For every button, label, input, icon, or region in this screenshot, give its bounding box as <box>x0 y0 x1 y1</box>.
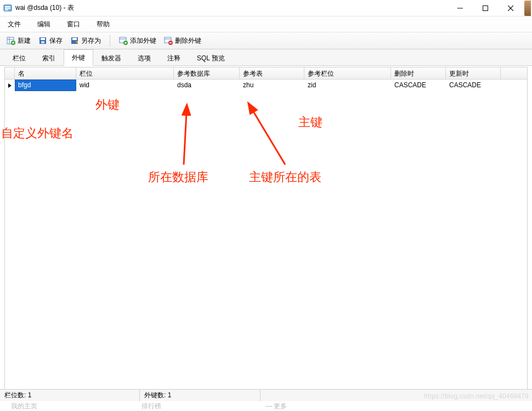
titlebar: wai @dsda (10) - 表 <box>0 0 532 16</box>
menu-edit[interactable]: 编辑 <box>34 18 54 31</box>
app-icon <box>3 4 12 13</box>
close-button[interactable] <box>498 0 523 16</box>
tab-indexes[interactable]: 索引 <box>34 50 64 66</box>
statusbar: 栏位数: 1 外键数: 1 <box>0 389 532 401</box>
avatar <box>524 1 531 16</box>
fk-grid[interactable]: 名 栏位 参考数据库 参考表 参考栏位 删除时 更新时 bfgd wid dsd… <box>4 67 528 396</box>
tab-sql-preview[interactable]: SQL 预览 <box>189 50 233 66</box>
delete-fk-button[interactable]: 删除外键 <box>162 35 203 47</box>
delete-fk-icon <box>164 36 173 45</box>
delete-fk-label: 删除外键 <box>175 36 201 46</box>
svg-rect-15 <box>41 38 45 40</box>
tab-options[interactable]: 选项 <box>129 50 159 66</box>
save-button[interactable]: 保存 <box>36 35 65 47</box>
col-header-onupdate[interactable]: 更新时 <box>446 67 501 79</box>
col-header-db[interactable]: 参考数据库 <box>174 67 240 79</box>
toolbar-separator <box>110 35 110 47</box>
svg-rect-5 <box>483 5 488 10</box>
menu-file[interactable]: 文件 <box>4 18 24 31</box>
saveas-icon <box>70 36 79 45</box>
svg-rect-18 <box>72 38 77 40</box>
svg-rect-16 <box>41 41 44 43</box>
menu-help[interactable]: 帮助 <box>93 18 113 31</box>
status-fk-count: 外键数: 1 <box>140 390 261 401</box>
add-fk-icon <box>119 36 128 45</box>
new-button[interactable]: 新建 <box>4 35 33 47</box>
os-strip-right: — 更多 <box>265 402 287 411</box>
col-header-reffield[interactable]: 参考栏位 <box>304 67 391 79</box>
tab-comment[interactable]: 注释 <box>159 50 189 66</box>
col-header-table[interactable]: 参考表 <box>240 67 304 79</box>
save-label: 保存 <box>49 36 63 46</box>
cell-onupdate[interactable]: CASCADE <box>446 80 501 91</box>
add-fk-label: 添加外键 <box>130 36 156 46</box>
os-strip-mid: 排行榜 <box>142 402 161 411</box>
new-label: 新建 <box>18 36 31 46</box>
row-marker <box>5 80 15 91</box>
cell-ondelete[interactable]: CASCADE <box>391 80 446 91</box>
status-field-count: 栏位数: 1 <box>0 390 140 401</box>
cell-reffield[interactable]: zid <box>304 80 391 91</box>
cell-name[interactable]: bfgd <box>15 80 76 91</box>
menubar: 文件 编辑 窗口 帮助 <box>0 16 532 32</box>
tab-fields[interactable]: 栏位 <box>4 50 34 66</box>
table-icon <box>7 36 15 45</box>
col-header-name[interactable]: 名 <box>15 67 76 79</box>
save-icon <box>38 36 47 45</box>
tab-foreign-keys[interactable]: 外键 <box>64 49 93 66</box>
col-header-ondelete[interactable]: 删除时 <box>391 67 446 79</box>
saveas-label: 另存为 <box>81 36 101 46</box>
svg-rect-1 <box>5 6 10 7</box>
saveas-button[interactable]: 另存为 <box>68 35 103 47</box>
tab-triggers[interactable]: 触发器 <box>93 50 129 66</box>
cell-field[interactable]: wid <box>76 80 174 91</box>
row-selector-header <box>5 67 15 79</box>
table-row[interactable]: bfgd wid dsda zhu zid CASCADE CASCADE <box>5 80 527 92</box>
window-title: wai @dsda (10) - 表 <box>15 3 74 13</box>
svg-rect-3 <box>5 9 8 10</box>
grid-header-row: 名 栏位 参考数据库 参考表 参考栏位 删除时 更新时 <box>5 67 527 80</box>
cell-table[interactable]: zhu <box>240 80 304 91</box>
maximize-button[interactable] <box>473 0 498 16</box>
tabstrip: 栏位 索引 外键 触发器 选项 注释 SQL 预览 <box>0 49 532 66</box>
svg-rect-2 <box>5 8 10 9</box>
menu-window[interactable]: 窗口 <box>64 18 83 31</box>
minimize-button[interactable] <box>448 0 473 16</box>
os-strip-left: 我的主页 <box>11 402 37 411</box>
os-taskbar-strip: 我的主页 排行榜 — 更多 <box>0 401 532 411</box>
cell-db[interactable]: dsda <box>174 80 240 91</box>
col-header-field[interactable]: 栏位 <box>76 67 174 79</box>
toolbar: 新建 保存 另存为 添加外键 删除外键 <box>0 32 532 49</box>
add-fk-button[interactable]: 添加外键 <box>117 35 159 47</box>
